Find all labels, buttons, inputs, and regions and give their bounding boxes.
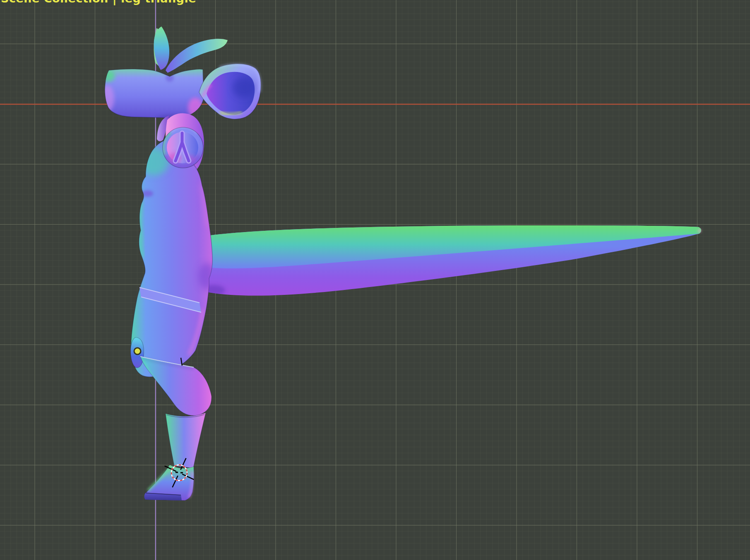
viewport-3d[interactable]: Scene Collection | leg triangle	[0, 0, 750, 560]
bell[interactable]	[163, 127, 203, 168]
ear-inner-shadow	[233, 78, 254, 98]
viewport-header-text: Scene Collection | leg triangle	[1, 0, 196, 5]
tail-tip-glint	[698, 229, 701, 232]
object-origin-dot[interactable]	[134, 348, 141, 354]
